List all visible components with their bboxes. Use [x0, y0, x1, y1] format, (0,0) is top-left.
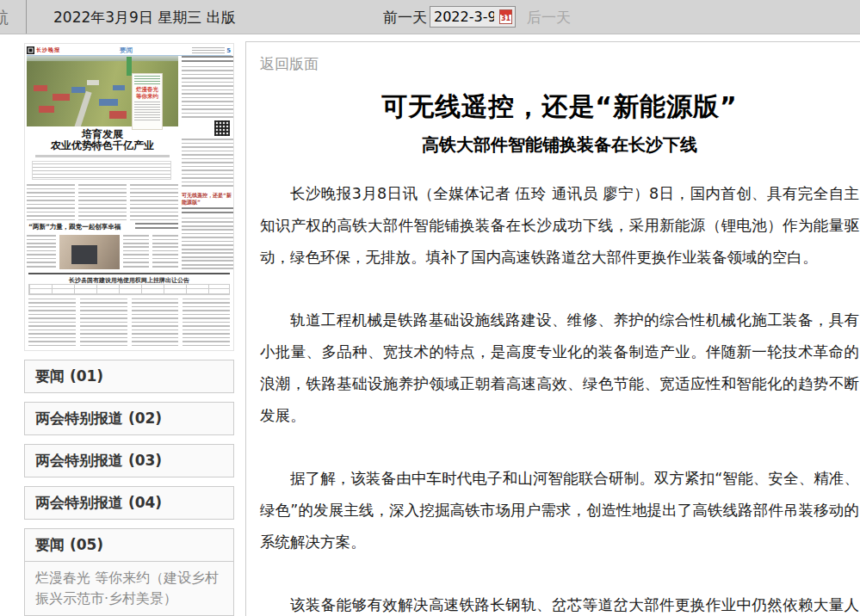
thumbnail-notice-headline: 长沙县国有建设用地使用权网上挂牌出让公告 [28, 273, 230, 285]
publish-date-label: 2022年3月9日 星期三 出版 [53, 8, 236, 28]
thumbnail-lead-headline: 培育发展 农业优势特色千亿产业 [27, 129, 178, 151]
page-thumbnail[interactable]: 长沙晚报 要闻 5 烂漫春光 等你来约 培育发展 农业优势特色千亿产业 [24, 43, 234, 351]
sidebar-section-lianghui-02[interactable]: 两会特别报道 (02) [24, 402, 234, 435]
thumbnail-abstract-box [32, 161, 171, 180]
photo-road [67, 91, 91, 126]
next-day-link-disabled: 后一天 [527, 8, 571, 28]
article-title: 可无线遥控，还是“新能源版” [260, 89, 859, 125]
sidebar-section-lianghui-04[interactable]: 两会特别报道 (04) [24, 486, 234, 520]
thumbnail-section-label: 要闻 [62, 46, 190, 55]
thumbnail-worker-photo [59, 235, 120, 269]
article-paragraph: 该装备能够有效解决高速铁路长钢轨、岔芯等道岔大部件更换作业中仍然依赖大量人工和小… [260, 589, 859, 616]
mini-text-lines [78, 184, 127, 220]
article-paragraph: 轨道工程机械是铁路基础设施线路建设、维修、养护的综合性机械化施工装备，具有小批量… [260, 305, 859, 432]
thumbnail-text-columns [27, 235, 56, 269]
thumbnail-subhead-line [35, 155, 170, 157]
mini-text-lines [130, 184, 178, 220]
photo-roof [34, 85, 47, 91]
mini-text-lines [80, 299, 127, 347]
topbar-divider [26, 0, 27, 34]
thumbnail-text-columns [27, 184, 178, 220]
thumbnail-text-columns [28, 299, 230, 347]
thumbnail-page-number: 5 [226, 47, 231, 54]
article-paragraph: 据了解，该装备由中车时代电子和山河智能联合研制。双方紧扣“智能、安全、精准、绿色… [260, 463, 859, 558]
promo-card: 烂漫春光 等你来约 [132, 73, 163, 130]
mini-headline-lines [182, 207, 233, 215]
thumbnail-second-headline: “两新”力量，跟党一起创享幸福 [28, 223, 130, 231]
mini-text-lines [182, 139, 233, 190]
mini-text-lines [152, 235, 178, 269]
sidebar-article-link[interactable]: 烂漫春光 等你来约（建设乡村振兴示范市·乡村美景） [24, 561, 234, 616]
sidebar-section-yaowen-05[interactable]: 要闻 (05) [24, 528, 234, 562]
photo-machine [71, 245, 97, 264]
thumbnail-notice-table [28, 284, 230, 295]
qr-code-icon [214, 120, 230, 136]
sidebar-section-yaowen-01[interactable]: 要闻 (01) [24, 360, 234, 393]
photo-roof [109, 111, 127, 119]
photo-roof [39, 106, 54, 113]
article-subtitle: 高铁大部件智能铺换装备在长沙下线 [260, 133, 859, 157]
nav-partial-label: 航 [0, 7, 9, 29]
thumbnail-page-header: 长沙晚报 要闻 5 [27, 46, 232, 56]
mini-text-lines [182, 66, 233, 118]
photo-roof [87, 80, 99, 85]
thumbnail-text-columns [123, 235, 178, 269]
thumbnail-highlight-headline: 可无线遥控，还是“新能源版” [182, 192, 233, 205]
promo-card-text-lines [134, 76, 160, 84]
article-body: 长沙晚报3月8日讯（全媒体记者 伍玲 通讯员 廖宁）8日，国内首创、具有完全自主… [260, 178, 859, 616]
mini-text-lines [123, 235, 149, 269]
article-panel: 返回版面 可无线遥控，还是“新能源版” 高铁大部件智能铺换装备在长沙下线 长沙晚… [245, 41, 860, 616]
promo-card-text-lines [134, 102, 160, 120]
sidebar: 长沙晚报 要闻 5 烂漫春光 等你来约 培育发展 农业优势特色千亿产业 [24, 43, 234, 616]
mini-text-lines [27, 184, 75, 220]
sidebar-section-lianghui-03[interactable]: 两会特别报道 (03) [24, 444, 234, 477]
photo-roof [53, 94, 70, 101]
photo-roof [71, 87, 85, 93]
thumbnail-header-text-lines [192, 47, 225, 53]
photo-roof [113, 85, 125, 90]
back-to-page-link[interactable]: 返回版面 [260, 54, 319, 74]
date-picker-box[interactable]: 31 [430, 6, 516, 28]
thumbnail-right-column: 可无线遥控，还是“新能源版” [182, 56, 233, 269]
mini-text-lines [182, 218, 233, 269]
article-paragraph: 长沙晚报3月8日讯（全媒体记者 伍玲 通讯员 廖宁）8日，国内首创、具有完全自主… [260, 178, 859, 274]
mini-text-lines [183, 299, 230, 347]
photo-roof [99, 99, 118, 106]
calendar-icon[interactable]: 31 [499, 9, 512, 24]
calendar-icon-day: 31 [500, 15, 511, 22]
previous-day-link[interactable]: 前一天 [383, 8, 427, 28]
mini-headline-lines [135, 223, 178, 231]
promo-title-line1: 烂漫春光 [134, 86, 160, 93]
date-input[interactable] [430, 9, 494, 25]
newspaper-logo-icon [27, 46, 34, 54]
top-date-bar: 航 2022年3月9日 星期三 出版 前一天 31 后一天 [0, 0, 860, 34]
lead-headline-line2: 农业优势特色千亿产业 [27, 140, 178, 151]
thumbnail-masthead: 长沙晚报 [36, 46, 60, 54]
promo-title-line2: 等你来约 [134, 93, 160, 100]
mini-text-lines [27, 235, 56, 269]
mini-headline-lines [182, 56, 233, 64]
mini-text-lines [28, 299, 76, 347]
mini-text-lines [132, 299, 179, 347]
